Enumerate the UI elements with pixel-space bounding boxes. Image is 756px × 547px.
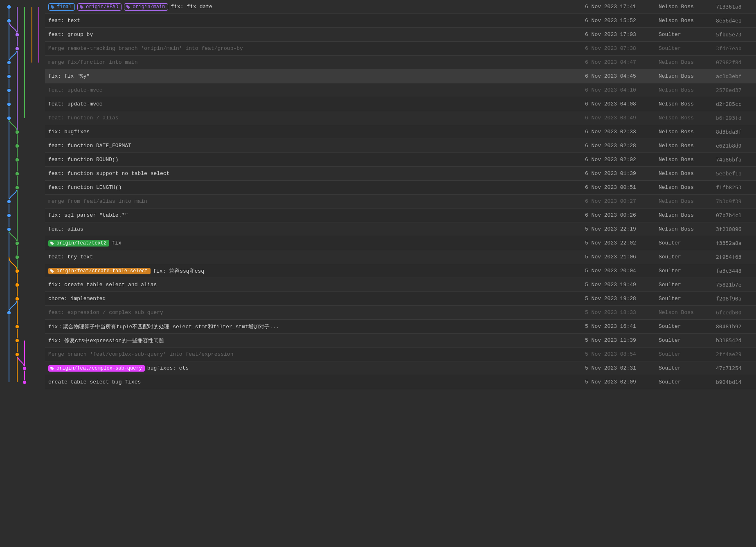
commit-message-text: merge fix/function into main [48,59,137,65]
commit-message: feat: text [48,18,585,24]
svg-point-86 [15,186,19,190]
commit-author: Nelson Boss [659,157,716,163]
commit-row[interactable]: feat: function DATE_FORMAT6 Nov 2023 02:… [45,139,756,153]
svg-point-93 [15,283,19,287]
svg-point-77 [7,61,11,65]
commit-message: origin/feat/complex-sub-querybugfixes: c… [48,365,585,372]
commit-date: 6 Nov 2023 17:03 [585,31,659,38]
commit-row[interactable]: feat: function / alias6 Nov 2023 03:49Ne… [45,111,756,125]
commit-row[interactable]: Merge branch 'feat/complex-sub-query' in… [45,347,756,361]
commit-hash: 07982f8d [716,59,753,65]
commit-message: feat: update-mvcc [48,87,585,93]
commit-row[interactable]: feat: function support no table select6 … [45,167,756,181]
commit-row[interactable]: feat: update-mvcc6 Nov 2023 04:08Nelson … [45,97,756,111]
commit-row[interactable]: feat: function LENGTH()6 Nov 2023 00:51N… [45,181,756,195]
commit-row[interactable]: feat: function ROUND()6 Nov 2023 02:02Ne… [45,153,756,167]
commit-row[interactable]: feat: update-mvcc6 Nov 2023 04:10Nelson … [45,83,756,97]
commit-author: Soulter [659,31,716,38]
commit-row[interactable]: feat: alias5 Nov 2023 22:19Nelson Boss3f… [45,222,756,236]
commit-message: Merge branch 'feat/complex-sub-query' in… [48,351,585,357]
commit-row[interactable]: feat: try text5 Nov 2023 21:06Soulter2f9… [45,250,756,264]
commit-date: 6 Nov 2023 04:45 [585,73,659,79]
commit-hash: b6f293fd [716,115,753,121]
branch-tag[interactable]: origin/HEAD [77,3,122,11]
commit-row[interactable]: fix: bugfixes6 Nov 2023 02:33Nelson Boss… [45,125,756,139]
commit-hash: 6fcedb00 [716,309,753,316]
commit-message: origin/feat/create-table-selectfix: 兼容ss… [48,267,585,275]
commit-message: feat: function ROUND() [48,157,585,163]
commit-row[interactable]: fix：聚合物理算子中当所有tuple不匹配时的处理 select_stmt和f… [45,320,756,334]
graph-column [0,0,45,547]
commit-row[interactable]: feat: group by6 Nov 2023 17:03Soulter5fb… [45,28,756,42]
commit-row[interactable]: origin/feat/create-table-selectfix: 兼容ss… [45,264,756,278]
svg-point-74 [7,19,11,23]
commit-date: 5 Nov 2023 20:04 [585,268,659,274]
commit-row[interactable]: finalorigin/HEADorigin/mainfix: fix date… [45,0,756,14]
branch-tag-label: final [57,4,72,10]
commit-row[interactable]: feat: expression / complex sub query5 No… [45,306,756,320]
commit-author: Soulter [659,268,716,274]
commit-author: Soulter [659,240,716,246]
svg-point-92 [15,269,19,273]
commit-message: feat: group by [48,31,585,38]
commit-message-text: merge from feat/alias into main [48,198,147,204]
commit-row[interactable]: fix: create table select and alias5 Nov … [45,278,756,292]
commit-date: 5 Nov 2023 08:54 [585,351,659,357]
branch-tag[interactable]: origin/feat/create-table-select [48,268,151,274]
commit-author: Soulter [659,351,716,357]
commit-message-text: Merge branch 'feat/complex-sub-query' in… [48,351,233,357]
commit-message-text: feat: try text [48,254,93,260]
commit-date: 5 Nov 2023 19:49 [585,282,659,288]
commit-date: 6 Nov 2023 00:51 [585,184,659,191]
commit-date: 5 Nov 2023 18:33 [585,309,659,316]
commit-row[interactable]: fix: 修复cts中expression的一些兼容性问题5 Nov 2023 … [45,334,756,347]
svg-point-101 [52,6,52,7]
commit-author: Nelson Boss [659,73,716,79]
commit-author: Nelson Boss [659,226,716,232]
branch-tag-icon [79,4,84,9]
commit-hash: 3fde7eab [716,45,753,52]
commit-author: Nelson Boss [659,129,716,135]
commit-row[interactable]: Merge remote-tracking branch 'origin/mai… [45,42,756,56]
svg-point-89 [7,227,11,231]
commit-message-text: fix: bugfixes [48,129,90,135]
commit-row[interactable]: origin/feat/text2fix5 Nov 2023 22:02Soul… [45,236,756,250]
svg-point-83 [15,144,19,148]
commit-row[interactable]: create table select bug fixes5 Nov 2023 … [45,375,756,389]
branch-tag[interactable]: origin/feat/complex-sub-query [48,365,145,372]
svg-point-100 [22,380,27,384]
commit-message-text: fix: 修复cts中expression的一些兼容性问题 [48,337,164,344]
commit-author: Soulter [659,296,716,302]
svg-point-91 [15,255,19,259]
commit-date: 5 Nov 2023 22:19 [585,226,659,232]
commit-author: Soulter [659,323,716,330]
commit-row[interactable]: chore: implemented5 Nov 2023 19:28Soulte… [45,292,756,306]
commit-row[interactable]: fix: sql parser "table.*"6 Nov 2023 00:2… [45,208,756,222]
svg-point-87 [7,200,11,204]
commit-row[interactable]: merge from feat/alias into main6 Nov 202… [45,195,756,208]
svg-point-80 [7,102,11,106]
branch-tag[interactable]: origin/main [124,3,168,11]
branch-tag-label: origin/HEAD [86,4,118,10]
svg-point-104 [51,242,52,243]
commit-hash: 80481b92 [716,323,753,330]
svg-point-102 [81,6,81,7]
commit-hash: d2f285cc [716,101,753,107]
branch-tag-label: origin/main [133,4,165,10]
commit-row[interactable]: merge fix/function into main6 Nov 2023 0… [45,56,756,69]
branch-tag[interactable]: origin/feat/text2 [48,240,109,247]
branch-tag-label: origin/feat/text2 [56,240,106,246]
commit-date: 6 Nov 2023 03:49 [585,115,659,121]
commit-author: Nelson Boss [659,198,716,204]
branch-tag[interactable]: final [48,3,75,11]
commit-row[interactable]: feat: text6 Nov 2023 15:52Nelson Boss8e5… [45,14,756,28]
svg-point-99 [22,366,27,370]
commit-message: create table select bug fixes [48,379,585,385]
commit-message-text: feat: expression / complex sub query [48,309,163,316]
commit-row[interactable]: fix: fix "%y"6 Nov 2023 04:45Nelson Boss… [45,69,756,83]
commit-hash: 2ff4ae29 [716,351,753,357]
commit-message: fix: create table select and alias [48,282,585,288]
commit-row[interactable]: origin/feat/complex-sub-querybugfixes: c… [45,361,756,375]
commit-author: Nelson Boss [659,184,716,191]
commit-date: 6 Nov 2023 07:38 [585,45,659,52]
